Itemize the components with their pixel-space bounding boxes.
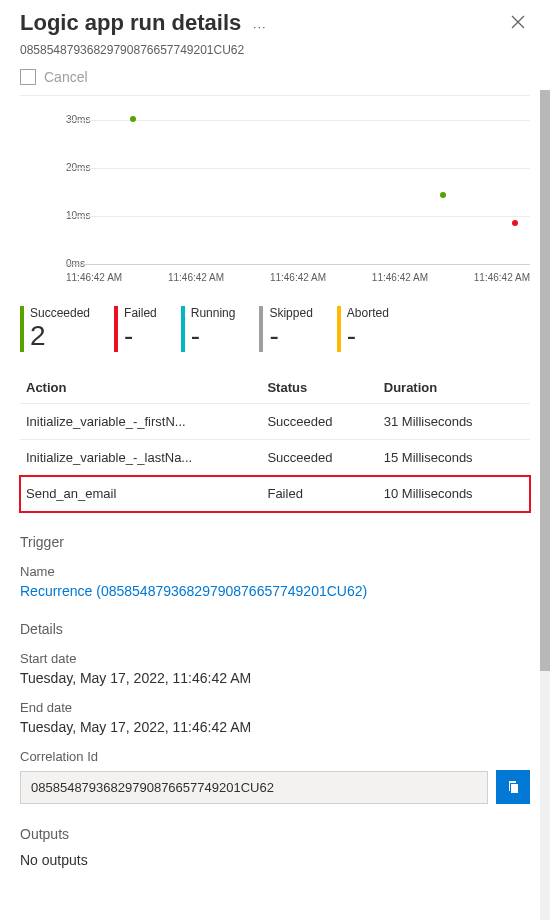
scrollbar[interactable] [540,90,550,920]
color-bar [337,306,341,352]
more-icon[interactable]: ··· [253,19,267,34]
stat-label: Running [191,306,236,320]
cancel-button: Cancel [20,69,530,96]
cell-status: Succeeded [261,404,377,440]
copy-icon [505,779,521,795]
stat-value: - [191,322,236,350]
trigger-name-link[interactable]: Recurrence (0858548793682979087665774920… [20,583,530,599]
duration-chart: 30ms 20ms 10ms 0ms 11:46:42 AM 11:46:42 … [20,116,530,296]
stat-value: - [124,322,157,350]
cell-action: Initialize_variable_-_lastNa... [20,440,261,476]
x-tick: 11:46:42 AM [66,272,122,283]
run-id: 08585487936829790876657749201CU62 [20,43,530,57]
color-bar [20,306,24,352]
color-bar [114,306,118,352]
outputs-heading: Outputs [20,826,530,842]
cell-duration: 15 Milliseconds [378,440,530,476]
details-heading: Details [20,621,530,637]
trigger-heading: Trigger [20,534,530,550]
start-date-label: Start date [20,651,530,666]
stat-label: Succeeded [30,306,90,320]
cell-action: Send_an_email [20,476,261,512]
stat-succeeded[interactable]: Succeeded 2 [20,306,90,352]
close-icon[interactable] [506,10,530,39]
table-row[interactable]: Initialize_variable_-_firstN... Succeede… [20,404,530,440]
stat-running[interactable]: Running - [181,306,236,352]
color-bar [259,306,263,352]
stat-failed[interactable]: Failed - [114,306,157,352]
copy-button[interactable] [496,770,530,804]
start-date-value: Tuesday, May 17, 2022, 11:46:42 AM [20,670,530,686]
chart-point [440,192,446,198]
scrollbar-thumb[interactable] [540,90,550,671]
col-status[interactable]: Status [261,372,377,404]
cancel-label: Cancel [44,69,88,85]
cell-action: Initialize_variable_-_firstN... [20,404,261,440]
stat-value: - [269,322,312,350]
actions-table: Action Status Duration Initialize_variab… [20,372,530,512]
table-row[interactable]: Initialize_variable_-_lastNa... Succeede… [20,440,530,476]
panel-header: Logic app run details ··· [20,10,530,39]
x-tick: 11:46:42 AM [372,272,428,283]
name-label: Name [20,564,530,579]
col-action[interactable]: Action [20,372,261,404]
stat-label: Skipped [269,306,312,320]
chart-point [130,116,136,122]
end-date-value: Tuesday, May 17, 2022, 11:46:42 AM [20,719,530,735]
cell-status: Failed [261,476,377,512]
status-summary: Succeeded 2 Failed - Running - Skipped -… [20,306,530,352]
stat-value: 2 [30,322,90,350]
col-duration[interactable]: Duration [378,372,530,404]
stat-value: - [347,322,389,350]
x-tick: 11:46:42 AM [168,272,224,283]
x-tick: 11:46:42 AM [270,272,326,283]
table-row-highlighted[interactable]: Send_an_email Failed 10 Milliseconds [20,476,530,512]
outputs-value: No outputs [20,852,530,868]
stat-skipped[interactable]: Skipped - [259,306,312,352]
stat-label: Aborted [347,306,389,320]
end-date-label: End date [20,700,530,715]
correlation-id-label: Correlation Id [20,749,530,764]
stat-label: Failed [124,306,157,320]
color-bar [181,306,185,352]
cell-duration: 31 Milliseconds [378,404,530,440]
cell-duration: 10 Milliseconds [378,476,530,512]
x-tick: 11:46:42 AM [474,272,530,283]
correlation-id-input[interactable] [20,771,488,804]
chart-point [512,220,518,226]
cell-status: Succeeded [261,440,377,476]
cancel-checkbox-icon [20,69,36,85]
stat-aborted[interactable]: Aborted - [337,306,389,352]
page-title: Logic app run details [20,10,241,36]
